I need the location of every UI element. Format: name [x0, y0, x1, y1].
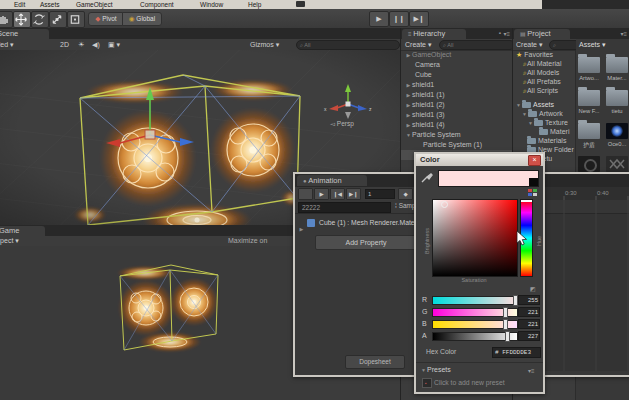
- anim-play-button[interactable]: ▶: [314, 188, 329, 200]
- asset-thumbnail[interactable]: [606, 156, 628, 172]
- hierarchy-search-input[interactable]: ⌕ All: [439, 40, 515, 50]
- g-slider[interactable]: [432, 308, 518, 317]
- move-tool-button[interactable]: [13, 11, 31, 28]
- effects-dropdown-icon[interactable]: ▣ ▾: [108, 41, 120, 49]
- hierarchy-item[interactable]: ▶shield1 (4): [401, 120, 513, 130]
- tab-hierarchy[interactable]: ≡ Hierarchy: [402, 29, 466, 39]
- maximize-on-play-toggle[interactable]: Maximize on: [228, 237, 267, 244]
- menu-edit[interactable]: Edit: [14, 1, 25, 8]
- record-button[interactable]: ●: [298, 188, 313, 200]
- lighting-toggle-icon[interactable]: ☀: [78, 41, 84, 49]
- project-create-button[interactable]: Create ▾: [516, 41, 542, 49]
- favorite-item[interactable]: ⌕All Scripts: [513, 86, 575, 95]
- r-value-field[interactable]: 255: [518, 295, 540, 305]
- lock-icon[interactable]: ▪: [499, 30, 501, 36]
- gizmos-dropdown[interactable]: Gizmos ▾: [250, 41, 279, 49]
- expander-icon[interactable]: ▶: [401, 80, 412, 90]
- asset-label[interactable]: Artwo...: [575, 75, 603, 81]
- asset-label[interactable]: Oce0...: [603, 141, 629, 147]
- a-slider[interactable]: [432, 332, 518, 341]
- global-toggle-button[interactable]: ◉ Global: [122, 12, 162, 26]
- frame-field[interactable]: 1: [365, 189, 395, 199]
- aspect-dropdown[interactable]: Free Aspect ▾: [0, 237, 19, 245]
- prev-key-button[interactable]: ❙◀: [330, 188, 345, 200]
- hierarchy-item[interactable]: Camera: [401, 60, 513, 70]
- slider-thumb[interactable]: [503, 319, 508, 330]
- rgb-hsv-toggle-icon[interactable]: [528, 189, 538, 197]
- asset-label[interactable]: Mater...: [603, 75, 629, 81]
- texture-asset[interactable]: [606, 123, 628, 139]
- hierarchy-item[interactable]: ▶shield1 (2): [401, 100, 513, 110]
- rotate-tool-button[interactable]: [31, 11, 49, 28]
- folder-asset[interactable]: [578, 57, 600, 73]
- favorite-item[interactable]: ⌕All Prefabs: [513, 77, 575, 86]
- color-cycle-icon[interactable]: ◩: [530, 285, 536, 292]
- tab-project[interactable]: ▤ Project: [514, 29, 570, 39]
- tab-animation[interactable]: ● Animation: [297, 175, 367, 186]
- tree-item[interactable]: Materials: [513, 136, 575, 145]
- folder-asset[interactable]: [606, 57, 628, 73]
- hue-slider-thumb[interactable]: [521, 200, 532, 202]
- hierarchy-item[interactable]: ▶shield1 (3): [401, 110, 513, 120]
- close-icon[interactable]: ×: [528, 155, 541, 166]
- menu-assets[interactable]: Assets: [40, 1, 60, 8]
- b-slider[interactable]: [432, 320, 518, 329]
- persp-label[interactable]: ◅ Persp: [330, 120, 354, 128]
- pivot-toggle-button[interactable]: ◆ Pivot: [88, 12, 124, 26]
- panel-menu-icon[interactable]: ▾≡: [503, 30, 510, 37]
- folder-asset[interactable]: [578, 123, 600, 139]
- hierarchy-create-button[interactable]: Create ▾: [405, 41, 431, 49]
- add-keyframe-button[interactable]: ◆: [398, 188, 413, 200]
- favorite-item[interactable]: ⌕All Material: [513, 59, 575, 68]
- asset-label[interactable]: 护盾: [575, 141, 603, 150]
- presets-foldout[interactable]: ▼Presets: [420, 366, 451, 373]
- expander-icon[interactable]: ▶: [401, 50, 412, 60]
- clip-dropdown[interactable]: 22222: [298, 202, 391, 213]
- expander-icon[interactable]: ▶: [401, 110, 412, 120]
- r-slider[interactable]: [432, 296, 518, 305]
- audio-toggle-icon[interactable]: ◀): [92, 41, 100, 49]
- menu-help[interactable]: Help: [248, 1, 261, 8]
- expander-icon[interactable]: ▶: [401, 100, 412, 110]
- step-button[interactable]: ▶❙: [409, 11, 429, 27]
- folder-asset[interactable]: [578, 90, 600, 106]
- tree-item-assets[interactable]: ▼Assets: [513, 100, 575, 109]
- menu-component[interactable]: Component: [140, 1, 174, 8]
- add-preset-swatch[interactable]: ▪: [422, 378, 432, 388]
- next-key-button[interactable]: ▶❙: [346, 188, 361, 200]
- favorites-root[interactable]: ★ Favorites: [513, 50, 575, 59]
- folder-asset[interactable]: [606, 90, 628, 106]
- assets-breadcrumb[interactable]: Assets ▾: [579, 41, 605, 49]
- hierarchy-item[interactable]: ▶GameObject: [401, 50, 513, 60]
- expander-icon[interactable]: ▶: [401, 120, 412, 130]
- menu-window[interactable]: Window: [200, 1, 223, 8]
- scene-search-input[interactable]: ⌕ All: [296, 40, 400, 50]
- tab-game[interactable]: Game: [0, 226, 45, 236]
- tree-item[interactable]: ▼Texture: [513, 118, 575, 127]
- panel-menu-icon[interactable]: ▾≡: [620, 30, 627, 37]
- tree-item[interactable]: ▼Artwork: [513, 109, 575, 118]
- hierarchy-item[interactable]: ▼Particle System: [401, 130, 513, 140]
- slider-thumb[interactable]: [505, 331, 510, 342]
- sv-picker-ring[interactable]: [441, 201, 448, 208]
- asset-label[interactable]: New F...: [575, 108, 603, 114]
- hierarchy-item[interactable]: ▶shield1 (1): [401, 90, 513, 100]
- scale-tool-button[interactable]: [49, 11, 67, 28]
- tree-item[interactable]: Materi: [513, 127, 575, 136]
- presets-menu-icon[interactable]: ▾≡: [528, 367, 535, 374]
- play-button[interactable]: ▶: [369, 11, 389, 27]
- g-value-field[interactable]: 221: [518, 307, 540, 317]
- hierarchy-item[interactable]: ▶shield1: [401, 80, 513, 90]
- dopesheet-button[interactable]: Dopesheet: [345, 355, 405, 369]
- 2d-toggle[interactable]: 2D: [60, 41, 69, 48]
- add-property-button[interactable]: Add Property: [315, 235, 417, 250]
- favorite-item[interactable]: ⌕All Models: [513, 68, 575, 77]
- asset-label[interactable]: tietu: [603, 108, 629, 114]
- expander-icon[interactable]: ▶: [401, 90, 412, 100]
- saturation-value-box[interactable]: [432, 199, 518, 277]
- expander-icon[interactable]: ▼: [401, 130, 412, 140]
- add-preset-hint[interactable]: Click to add new preset: [434, 379, 505, 386]
- hierarchy-item[interactable]: Particle System (1): [401, 140, 513, 150]
- pause-button[interactable]: ❙❙: [389, 11, 409, 27]
- expander-icon[interactable]: ▶: [295, 226, 305, 232]
